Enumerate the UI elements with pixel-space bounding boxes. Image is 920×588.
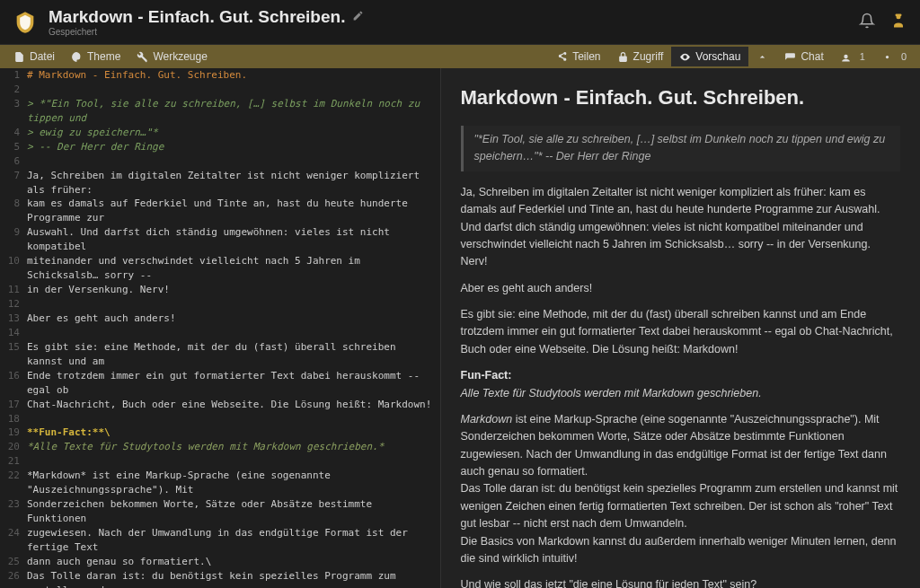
chevrons-icon bbox=[756, 51, 768, 63]
share-button[interactable]: Teilen bbox=[548, 47, 608, 66]
file-icon bbox=[13, 51, 25, 63]
eye-small-icon bbox=[881, 51, 893, 63]
preview-paragraph: Ja, Schreiben im digitalen Zeitalter ist… bbox=[461, 184, 901, 271]
editor-line[interactable]: 11in der Versenkung. Nerv! bbox=[0, 283, 440, 297]
editor-line[interactable]: 26Das Tolle daran ist: du benötigst kein… bbox=[0, 569, 440, 588]
editor-line[interactable]: 10miteinander und verschwindet vielleich… bbox=[0, 254, 440, 283]
editor-line[interactable]: 7Ja, Schreiben im digitalen Zeitalter is… bbox=[0, 169, 440, 197]
eye-icon bbox=[679, 51, 691, 63]
app-header: Markdown - Einfach. Gut. Schreiben. Gesp… bbox=[0, 0, 920, 45]
editor-line[interactable]: 16Ende trotzdem immer ein gut formatiert… bbox=[0, 369, 440, 398]
users-icon bbox=[840, 51, 852, 63]
document-title: Markdown - Einfach. Gut. Schreiben. bbox=[49, 7, 345, 27]
preview-h1: Markdown - Einfach. Gut. Schreiben. bbox=[461, 83, 901, 113]
editor-line[interactable]: 15Es gibt sie: eine Methode, mit der du … bbox=[0, 340, 440, 369]
notifications-icon[interactable] bbox=[859, 13, 875, 31]
preview-paragraph: Markdown ist eine Markup-Sprache (eine s… bbox=[461, 411, 901, 567]
editor-line[interactable]: 14 bbox=[0, 326, 440, 340]
wrench-icon bbox=[137, 51, 148, 63]
preview-button[interactable]: Vorschau bbox=[671, 47, 748, 66]
save-status: Gespeichert bbox=[49, 27, 859, 37]
editor-line[interactable]: 25dann auch genau so formatiert.\ bbox=[0, 555, 440, 569]
markdown-editor[interactable]: 1# Markdown - Einfach. Gut. Schreiben.23… bbox=[0, 68, 441, 588]
toolbar: Datei Theme Werkzeuge Teilen Zugriff Vor… bbox=[0, 45, 920, 68]
editor-line[interactable]: 4> ewig zu speichern…"* bbox=[0, 126, 440, 140]
palette-icon bbox=[71, 51, 83, 63]
editor-line[interactable]: 24zugewiesen. Nach der Umwandlung in das… bbox=[0, 526, 440, 555]
edit-title-icon[interactable] bbox=[352, 10, 364, 24]
editor-line[interactable]: 13Aber es geht auch anders! bbox=[0, 312, 440, 326]
file-menu[interactable]: Datei bbox=[5, 47, 63, 66]
svg-point-2 bbox=[886, 55, 889, 57]
editor-line[interactable]: 18 bbox=[0, 412, 440, 426]
preview-pane: Markdown - Einfach. Gut. Schreiben. "*Ei… bbox=[441, 68, 921, 588]
lock-icon bbox=[617, 51, 629, 63]
editor-line[interactable]: 6 bbox=[0, 154, 440, 169]
preview-paragraph: Aber es geht auch anders! bbox=[461, 280, 901, 297]
editor-line[interactable]: 3> *"Ein Tool, sie alle zu schreiben, […… bbox=[0, 97, 440, 126]
svg-rect-1 bbox=[896, 14, 902, 17]
share-icon bbox=[556, 51, 568, 63]
editor-line[interactable]: 21 bbox=[0, 454, 440, 469]
app-logo-icon bbox=[13, 10, 38, 35]
user-menu-icon[interactable] bbox=[889, 12, 907, 32]
editor-line[interactable]: 8kam es damals auf Federkiel und Tinte a… bbox=[0, 197, 440, 225]
preview-funfact: Fun-Fact:Alle Texte für Studytools werde… bbox=[461, 367, 901, 402]
theme-menu[interactable]: Theme bbox=[63, 47, 128, 66]
editor-line[interactable]: 17Chat-Nachricht, Buch oder eine Webseit… bbox=[0, 398, 440, 412]
preview-paragraph: Es gibt sie: eine Methode, mit der du (f… bbox=[461, 306, 901, 358]
collapse-button[interactable] bbox=[748, 48, 776, 66]
editor-line[interactable]: 9Auswahl. Und darfst dich ständig umgewö… bbox=[0, 225, 440, 254]
editor-line[interactable]: 23Sonderzeichen bekommen Worte, Sätze od… bbox=[0, 497, 440, 526]
editor-line[interactable]: 1# Markdown - Einfach. Gut. Schreiben. bbox=[0, 68, 440, 83]
editor-line[interactable]: 5> -- Der Herr der Ringe bbox=[0, 140, 440, 154]
editor-line[interactable]: 2 bbox=[0, 83, 440, 97]
preview-paragraph: Und wie soll das jetzt "die eine Lösung … bbox=[461, 576, 901, 588]
preview-quote: "*Ein Tool, sie alle zu schreiben, […] s… bbox=[461, 126, 901, 171]
tools-menu[interactable]: Werkzeuge bbox=[128, 47, 215, 66]
editor-line[interactable]: 12 bbox=[0, 297, 440, 312]
editor-line[interactable]: 22*Markdown* ist eine Markup-Sprache (ei… bbox=[0, 469, 440, 497]
views-count[interactable]: 0 bbox=[873, 48, 915, 66]
chat-button[interactable]: Chat bbox=[776, 47, 831, 66]
chat-icon bbox=[784, 51, 796, 63]
users-count[interactable]: 1 bbox=[832, 48, 873, 66]
access-button[interactable]: Zugriff bbox=[609, 47, 672, 66]
editor-line[interactable]: 20*Alle Texte für Studytools werden mit … bbox=[0, 440, 440, 454]
editor-line[interactable]: 19**Fun-Fact:**\ bbox=[0, 426, 440, 440]
